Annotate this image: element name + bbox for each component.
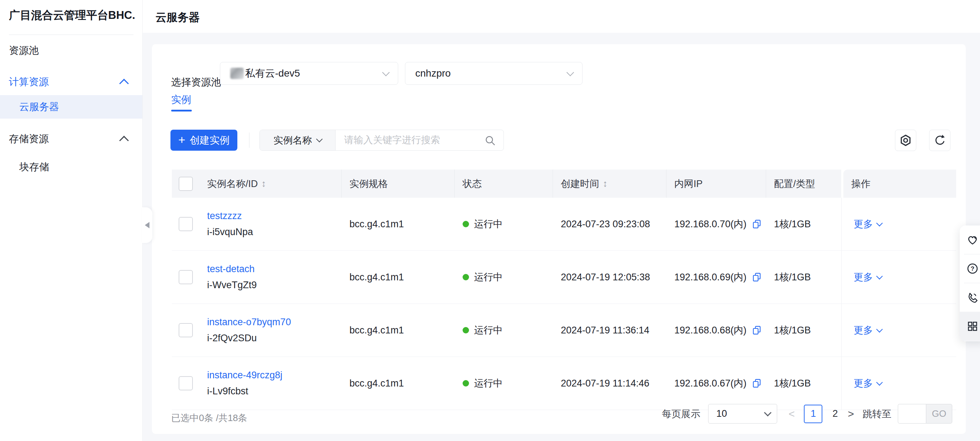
sidebar-item-compute-resources[interactable]: 计算资源 (0, 70, 142, 94)
header-instance-name: 实例名称/ID ↕ (199, 169, 342, 198)
instance-name-link[interactable]: test-detach (207, 264, 255, 275)
chevron-down-icon (764, 409, 772, 416)
header-instance-spec: 实例规格 (342, 169, 455, 198)
sidebar-collapse-handle[interactable] (142, 207, 152, 243)
apps-grid-button[interactable] (960, 312, 980, 341)
table-body: testzzzz i-i5vquNpa bcc.g4.c1m1 运行中 2024… (172, 198, 956, 410)
search-group: 实例名称 (259, 129, 504, 151)
private-ip: 192.168.0.70(内) (675, 218, 746, 230)
row-checkbox[interactable] (179, 217, 193, 231)
sidebar-item-cloud-server[interactable]: 云服务器 (0, 95, 142, 118)
tab-active-underline (171, 110, 192, 112)
cell-private-ip: 192.168.0.70(内) (667, 198, 766, 251)
chevron-up-icon (119, 79, 129, 88)
created-time: 2024-07-19 11:36:14 (561, 325, 649, 336)
instance-spec: bcc.g4.c1m1 (350, 325, 404, 336)
private-ip: 192.168.0.68(内) (675, 324, 746, 337)
instance-name-link[interactable]: instance-o7byqm70 (207, 317, 291, 328)
create-instance-button[interactable]: + 创建实例 (170, 129, 237, 151)
contact-button[interactable] (960, 283, 980, 312)
cell-private-ip: 192.168.0.69(内) (667, 251, 766, 304)
instance-id: i-WveTgZt9 (207, 280, 257, 291)
topbar: 云服务器 (143, 0, 980, 33)
search-field-label: 实例名称 (274, 134, 312, 147)
sort-icon[interactable]: ↕ (261, 178, 266, 189)
region-select[interactable]: cnhzpro (405, 62, 582, 85)
table-row: instance-49rczg8j i-Lv9fcbst bcc.g4.c1m1… (172, 357, 956, 410)
cell-instance-name: testzzzz i-i5vquNpa (199, 198, 342, 251)
prev-page-button[interactable]: < (789, 408, 795, 420)
page-size-select[interactable]: 10 (708, 404, 777, 423)
copy-icon[interactable] (751, 378, 762, 388)
refresh-button[interactable] (929, 129, 950, 151)
header-private-ip: 内网IP (667, 169, 766, 198)
cell-config-type: 1核/1GB (766, 357, 841, 410)
search-input[interactable] (336, 129, 504, 151)
table-row: test-detach i-WveTgZt9 bcc.g4.c1m1 运行中 2… (172, 251, 956, 304)
row-checkbox-cell (172, 198, 199, 251)
status-dot (463, 221, 469, 227)
instance-name-link[interactable]: testzzzz (207, 211, 242, 222)
created-time: 2024-07-19 11:14:46 (561, 378, 649, 389)
cell-status: 运行中 (455, 304, 553, 356)
search-icon[interactable] (484, 135, 496, 148)
cell-instance-spec: bcc.g4.c1m1 (342, 304, 455, 356)
header-label: 状态 (463, 177, 482, 190)
floating-toolbar: ? (960, 225, 980, 341)
cell-config-type: 1核/1GB (766, 304, 841, 356)
toolbar-divider (249, 133, 250, 148)
instance-spec: bcc.g4.c1m1 (350, 219, 404, 230)
search-field-select[interactable]: 实例名称 (260, 130, 336, 150)
copy-icon[interactable] (751, 219, 762, 229)
create-instance-label: 创建实例 (190, 134, 229, 147)
cell-config-type: 1核/1GB (766, 198, 841, 251)
page-1-button[interactable]: 1 (804, 405, 822, 423)
tab-instances[interactable]: 实例 (171, 93, 191, 107)
row-checkbox[interactable] (179, 323, 193, 337)
instance-id: i-2fQv2SDu (207, 333, 257, 344)
table-settings-button[interactable] (895, 129, 916, 151)
more-actions-link[interactable]: 更多 (854, 218, 882, 230)
sidebar-item-resource-pool[interactable]: 资源池 (0, 39, 142, 62)
next-page-button[interactable]: > (848, 408, 854, 420)
refresh-icon (933, 134, 947, 147)
help-button[interactable]: ? (960, 254, 980, 283)
go-button[interactable]: GO (926, 404, 952, 423)
sidebar-item-block-storage[interactable]: 块存储 (0, 155, 142, 179)
page-2-button[interactable]: 2 (832, 408, 838, 419)
more-actions-link[interactable]: 更多 (854, 324, 882, 337)
grid-icon (966, 320, 979, 333)
jump-page-input[interactable] (898, 404, 926, 423)
more-actions-link[interactable]: 更多 (854, 377, 882, 390)
status-label: 运行中 (474, 324, 503, 337)
cell-created-time: 2024-07-19 12:05:38 (553, 251, 667, 304)
sort-icon[interactable]: ↕ (603, 178, 608, 189)
status-dot (463, 327, 469, 334)
status-label: 运行中 (474, 218, 503, 230)
select-all-checkbox[interactable] (179, 177, 193, 191)
cell-status: 运行中 (455, 198, 553, 251)
cell-config-type: 1核/1GB (766, 251, 841, 304)
instance-name-link[interactable]: instance-49rczg8j (207, 370, 283, 381)
platform-title: 广目混合云管理平台BHC... (9, 8, 135, 23)
favorites-button[interactable] (960, 225, 980, 254)
row-checkbox[interactable] (179, 376, 193, 390)
row-checkbox-cell (172, 304, 199, 356)
config-type: 1核/1GB (774, 271, 811, 284)
more-label: 更多 (854, 271, 873, 284)
more-actions-link[interactable]: 更多 (854, 271, 882, 284)
status-dot (463, 274, 469, 280)
row-checkbox[interactable] (179, 270, 193, 284)
status-label: 运行中 (474, 377, 503, 390)
chevron-up-icon (119, 136, 129, 145)
cell-status: 运行中 (455, 357, 553, 410)
resource-pool-select[interactable]: 私有云-dev5 (220, 62, 398, 85)
config-type: 1核/1GB (774, 377, 811, 390)
created-time: 2024-07-19 12:05:38 (561, 272, 650, 283)
copy-icon[interactable] (751, 272, 762, 283)
sidebar-item-storage-resources[interactable]: 存储资源 (0, 127, 142, 151)
more-label: 更多 (854, 377, 873, 390)
copy-icon[interactable] (751, 325, 762, 336)
cell-created-time: 2024-07-23 09:23:08 (553, 198, 667, 251)
gear-icon (899, 134, 912, 147)
